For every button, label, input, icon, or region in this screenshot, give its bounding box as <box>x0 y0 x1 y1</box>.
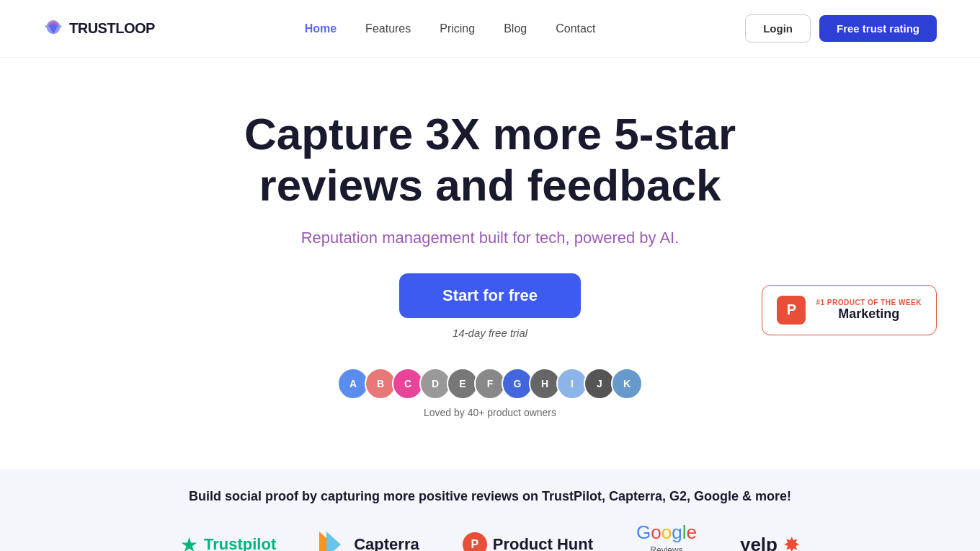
nav-features[interactable]: Features <box>365 22 411 35</box>
yelp-logo: yelp ✸ <box>740 533 800 551</box>
nav-home[interactable]: Home <box>305 22 337 35</box>
google-text: Google <box>636 521 697 544</box>
yelp-icon: ✸ <box>783 533 800 551</box>
nav-actions: Login Free trust rating <box>745 14 937 43</box>
login-button[interactable]: Login <box>745 14 811 43</box>
nav-links: Home Features Pricing Blog Contact <box>305 22 596 35</box>
trustpilot-star: ★ <box>180 533 198 551</box>
avatars-row: A B C D E F G H I J K <box>337 368 643 400</box>
free-trust-button[interactable]: Free trust rating <box>819 15 937 42</box>
hero-headline: Capture 3X more 5-star reviews and feedb… <box>180 108 800 211</box>
logo-icon <box>43 19 63 39</box>
ph-badge-category: Marketing <box>816 307 922 322</box>
ph-badge-week-label: #1 PRODUCT OF THE WEEK <box>816 299 922 307</box>
hero-section: Capture 3X more 5-star reviews and feedb… <box>0 58 980 469</box>
google-reviews-label: Reviews <box>650 545 682 551</box>
ph-badge-icon: P <box>777 296 806 325</box>
hero-subheadline: Reputation management built for tech, po… <box>14 229 966 247</box>
google-logo: Google Reviews ★★★★★ <box>636 521 697 551</box>
producthunt-icon: P <box>463 532 487 551</box>
producthunt-logo: P Product Hunt <box>463 532 593 551</box>
avatars-section: A B C D E F G H I J K Loved by 40+ produ… <box>14 368 966 418</box>
trustpilot-text: Trustpilot <box>204 535 276 551</box>
nav-blog[interactable]: Blog <box>504 22 527 35</box>
navigation: TRUSTLOOP Home Features Pricing Blog Con… <box>0 0 980 58</box>
banner-text: Build social proof by capturing more pos… <box>14 489 966 504</box>
producthunt-text: Product Hunt <box>493 535 593 551</box>
logo-text: TRUSTLOOP <box>69 20 155 37</box>
capterra-logo: Capterra <box>319 532 419 551</box>
avatar: K <box>611 368 643 400</box>
yelp-text: yelp <box>740 534 778 551</box>
capterra-text: Capterra <box>354 535 419 551</box>
ph-badge-text: #1 PRODUCT OF THE WEEK Marketing <box>816 299 922 322</box>
trustpilot-logo: ★ Trustpilot <box>180 533 276 551</box>
logos-row: ★ Trustpilot Capterra P Product Hunt Goo… <box>14 521 966 551</box>
nav-contact[interactable]: Contact <box>556 22 595 35</box>
product-hunt-badge: P #1 PRODUCT OF THE WEEK Marketing <box>762 285 937 335</box>
nav-pricing[interactable]: Pricing <box>440 22 475 35</box>
logo[interactable]: TRUSTLOOP <box>43 19 155 39</box>
platforms-banner: Build social proof by capturing more pos… <box>0 469 980 551</box>
avatars-label: Loved by 40+ product owners <box>424 407 556 418</box>
start-free-button[interactable]: Start for free <box>399 273 581 318</box>
capterra-icon <box>319 532 348 551</box>
